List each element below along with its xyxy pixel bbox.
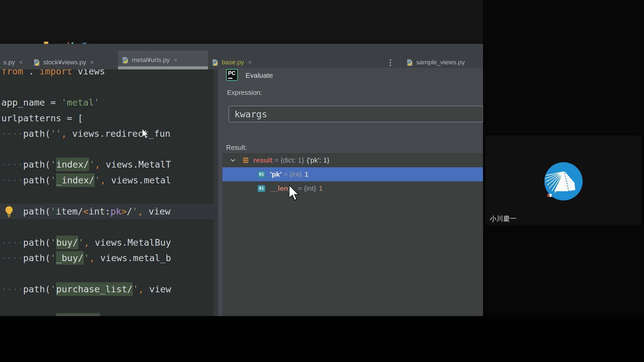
var-name: result xyxy=(253,156,272,164)
tree-row-result[interactable]: result={dict: 1}{'pk': 1} xyxy=(222,153,483,167)
code-token: 'metal' xyxy=(61,97,100,108)
tab-s-py[interactable]: s.py× xyxy=(0,55,30,69)
search-match-highlight: _index/ xyxy=(56,173,95,187)
code-token: . xyxy=(23,69,40,76)
code-line[interactable]: ····path('buy/', views.MetalBuy xyxy=(1,235,171,250)
code-token: ' xyxy=(133,284,138,294)
code-token: , xyxy=(61,128,67,139)
dialog-title: Evaluate xyxy=(246,71,273,79)
code-line[interactable]: path('item/<int:pk>/', view xyxy=(1,204,170,219)
code-token: path( xyxy=(23,284,50,294)
code-line[interactable]: ····path('_index/', views.metal xyxy=(1,173,171,188)
pycharm-logo-text: PC xyxy=(228,70,235,76)
tab-stock-views-py[interactable]: stock¥views.py× xyxy=(30,55,118,69)
code-token: , xyxy=(89,253,95,263)
code-token: urlpatterns = [ xyxy=(1,113,83,123)
code-token: view xyxy=(143,206,170,217)
var-type: {int} xyxy=(290,170,302,178)
python-file-icon xyxy=(33,59,41,66)
code-token: ' xyxy=(50,175,56,185)
search-match-highlight: buy/ xyxy=(56,236,78,249)
var-value: 1 xyxy=(316,184,323,192)
toolbar-speck-yellow xyxy=(44,42,48,44)
var-type: {int} xyxy=(304,184,316,192)
dict-icon xyxy=(243,158,249,163)
var-name: 'pk' xyxy=(270,170,282,178)
tab-metal-urls-py[interactable]: metal¥urls.py× xyxy=(118,51,208,69)
code-token: ' xyxy=(50,159,56,170)
code-token: ' xyxy=(132,206,138,217)
mouse-cursor-small xyxy=(142,129,151,139)
code-token: views.MetalBuy xyxy=(89,237,171,248)
var-value: 1 xyxy=(302,170,309,178)
tab-close-icon[interactable]: × xyxy=(174,56,177,64)
code-token: views.metal xyxy=(106,175,171,185)
mouse-cursor-large xyxy=(289,185,303,202)
editor-tab-bar: s.py× stock¥views.py× metal¥urls.py× bas… xyxy=(0,44,483,69)
code-token: ···· xyxy=(1,284,23,294)
search-match-highlight: purchase_list/ xyxy=(56,282,133,296)
python-file-icon xyxy=(211,59,219,66)
code-token: : xyxy=(105,206,110,217)
result-label: Result: xyxy=(226,144,247,152)
code-line[interactable]: from . import views xyxy=(1,69,105,79)
code-token: path( xyxy=(23,159,50,170)
code-line[interactable]: ····path('index/', views.MetalT xyxy=(1,157,171,172)
tab-label: metal¥urls.py xyxy=(132,56,170,64)
equals-sign: = xyxy=(272,156,280,164)
tab-close-icon[interactable]: × xyxy=(248,59,252,66)
tree-row-pk[interactable]: 01'pk'={int}1 xyxy=(222,167,483,181)
tab-sample-views-py[interactable]: sample_views.py xyxy=(402,55,483,69)
code-line[interactable]: urlpatterns = [ xyxy=(1,111,83,126)
code-token: ' xyxy=(50,253,56,263)
video-participant-panel: 小川慶一 xyxy=(483,0,644,362)
python-file-icon xyxy=(406,59,414,66)
tab-base-py[interactable]: base.py× xyxy=(208,55,258,69)
int-01-icon: 01 xyxy=(258,185,265,192)
editor-scrollbar[interactable] xyxy=(214,69,218,316)
code-token: path( xyxy=(23,175,50,185)
code-token: view xyxy=(144,284,171,294)
var-value: {'pk': 1} xyxy=(304,156,330,164)
result-tree[interactable]: result={dict: 1}{'pk': 1}01'pk'={int}101… xyxy=(222,153,483,316)
intention-lightbulb-icon[interactable] xyxy=(4,206,14,220)
code-line[interactable]: app_name = 'metal' xyxy=(1,95,100,110)
code-token: ···· xyxy=(1,237,23,248)
tab-close-icon[interactable]: × xyxy=(90,59,94,66)
code-token: ' xyxy=(95,175,100,185)
code-token: ' xyxy=(50,237,56,248)
code-token: item/ xyxy=(56,206,83,217)
tab-label: base.py xyxy=(222,59,244,66)
code-line[interactable]: ····path(' ', views.Me xyxy=(1,312,160,316)
tab-label: s.py xyxy=(3,59,15,66)
tab-overflow-button[interactable] xyxy=(390,59,391,66)
code-token: ' xyxy=(78,237,84,248)
code-editor[interactable]: from . import viewsapp_name = 'metal'url… xyxy=(0,69,218,316)
code-token: pk xyxy=(110,206,121,217)
tab-close-icon[interactable]: × xyxy=(19,59,23,66)
bottom-letterbox-bar xyxy=(0,316,644,362)
tab-divider xyxy=(400,55,401,69)
code-token: ···· xyxy=(1,128,23,139)
code-line[interactable]: ····path('purchase_list/', view xyxy=(1,282,171,297)
code-token: path( xyxy=(23,206,50,217)
tree-row-__len__[interactable]: 01__len__={int}1 xyxy=(222,181,483,195)
code-token: from xyxy=(1,69,23,76)
code-token: views.metal_b xyxy=(95,253,171,263)
code-token: path( xyxy=(23,237,50,248)
code-token: / xyxy=(127,206,132,217)
equals-sign: = xyxy=(282,170,290,178)
chevron-down-icon[interactable] xyxy=(230,159,235,162)
code-line[interactable]: ····path('_buy/', views.metal_b xyxy=(1,250,171,266)
code-token: , xyxy=(84,237,89,248)
code-token: '' xyxy=(50,128,61,139)
code-token: ' xyxy=(84,253,89,263)
expression-label: Expression: xyxy=(227,89,262,97)
participant-tile[interactable]: 小川慶一 xyxy=(485,135,642,225)
code-token: ' xyxy=(89,159,95,170)
code-token: views.redirect_fun xyxy=(67,128,170,139)
code-token: int xyxy=(89,206,105,217)
code-token: ···· xyxy=(1,253,23,263)
expression-input[interactable] xyxy=(228,106,483,122)
code-token: > xyxy=(121,206,127,217)
